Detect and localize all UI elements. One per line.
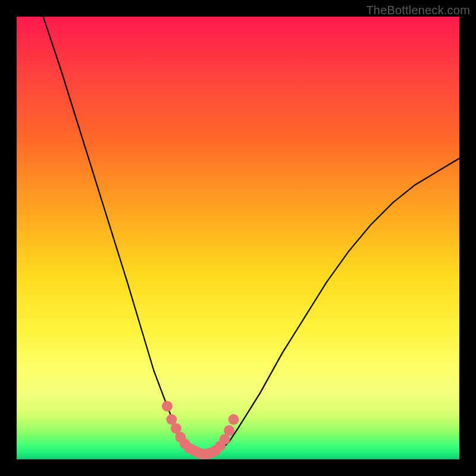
data-marker <box>228 414 239 425</box>
data-marker <box>224 425 234 436</box>
bottleneck-curve <box>43 17 459 455</box>
chart-frame: TheBottleneck.com <box>0 0 476 476</box>
plot-area <box>17 17 459 459</box>
data-marker <box>162 401 173 412</box>
watermark-text: TheBottleneck.com <box>366 4 470 17</box>
bottleneck-curve-svg <box>17 17 459 459</box>
